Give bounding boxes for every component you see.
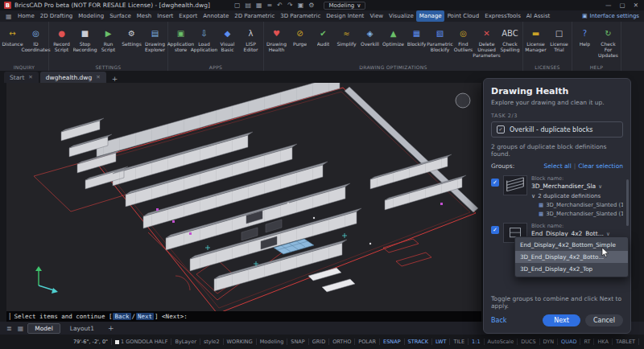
ribbon-button[interactable]: ◎ ID Coordinates (24, 25, 47, 53)
ribbon-button[interactable]: ▦ Blockify (405, 25, 428, 47)
minimize-button[interactable]: — (605, 2, 612, 9)
quick-access-icon[interactable]: ▣ (298, 2, 304, 9)
ribbon-button[interactable]: ≈ Simplify (335, 25, 358, 47)
ribbon-button[interactable]: ⇩ Load Application (192, 25, 216, 53)
duplicate-definition-row[interactable]: ▦ 3D_Merchandiser_Slanted (1 refe... (531, 211, 623, 217)
cursor-coordinates[interactable]: 79'-6", -2', 0" (70, 339, 112, 345)
select-all-link[interactable]: Select all (543, 162, 571, 170)
status-toggle[interactable]: QUAD (558, 339, 580, 345)
layout-grid-icon[interactable]: ▦ (16, 325, 26, 332)
group-checkbox[interactable]: ✓ (491, 179, 499, 187)
command-option-next[interactable]: Next (136, 313, 154, 320)
status-field[interactable]: WORKING (224, 339, 257, 345)
layout-tab[interactable]: Model (27, 323, 60, 334)
dropdown-option[interactable]: 3D_End_Display_4x2_Botto... (515, 251, 628, 263)
ribbon-button[interactable]: ▧ Parametric Blockify (428, 25, 452, 53)
ribbon-button[interactable]: ↻ Check For Updates (597, 25, 620, 59)
ribbon-button[interactable]: □ License Trial (547, 25, 571, 53)
status-toggle[interactable]: SNAP (287, 339, 308, 345)
status-toggle[interactable]: RT (580, 339, 594, 345)
ribbon-button[interactable]: ✕ Delete Unused Parameters (475, 25, 498, 59)
ribbon-button[interactable]: ◎ Find Outliers (452, 25, 475, 53)
current-layer-field[interactable]: 1 GONDOLA HALF (112, 339, 171, 345)
status-toggle[interactable]: POLAR (355, 339, 380, 345)
ribbon-button[interactable]: ABC Check Spelling (498, 25, 522, 53)
interface-settings-button[interactable]: ▣ Interface settings (577, 10, 644, 22)
ribbon-button[interactable]: ● Record Script (50, 25, 73, 53)
ribbon-tab[interactable]: Export (176, 10, 200, 22)
ribbon-button[interactable]: ▲ Optimize (382, 25, 405, 47)
status-toggle[interactable]: TILE (450, 339, 469, 345)
ribbon-tab[interactable]: 2D Parametric (232, 10, 278, 22)
ribbon-button[interactable]: λ LISP Editor (239, 25, 262, 53)
ribbon-button[interactable]: ⚙ Settings (120, 25, 143, 47)
ribbon-tab[interactable]: Home (15, 10, 38, 22)
status-toggle[interactable]: GRID (309, 339, 329, 345)
layout-tab[interactable]: Layout1 (63, 323, 101, 334)
duplicates-expander[interactable]: ∨ 2 duplicate definitions (531, 193, 623, 199)
status-toggle[interactable]: STRACK (405, 339, 432, 345)
ribbon-tab[interactable]: Annotate (200, 10, 232, 22)
ribbon-button[interactable]: ⊘ Purge (288, 25, 312, 47)
status-toggle[interactable]: ORTHO (329, 339, 355, 345)
ribbon-button[interactable]: ? Help (573, 25, 597, 47)
group-checkbox[interactable]: ✓ (491, 226, 499, 234)
quick-access-icon[interactable]: ⚙ (308, 2, 314, 9)
quick-access-icon[interactable]: ≡ (267, 2, 273, 9)
ribbon-tab[interactable]: Manage (416, 10, 444, 22)
ribbon-button[interactable]: ◈ Overkill (358, 25, 382, 47)
command-option-back[interactable]: Back (113, 313, 130, 320)
ribbon-button[interactable]: ✔ Audit (312, 25, 335, 47)
quick-access-icon[interactable]: ▦ (256, 2, 262, 9)
quick-access-icon[interactable]: ↷ (287, 2, 293, 9)
ribbon-tab[interactable]: View (367, 10, 386, 22)
status-field[interactable]: Modeling (257, 339, 288, 345)
layout-list-icon[interactable]: ≣ (5, 325, 14, 332)
status-toggle[interactable]: AutoScale (485, 339, 518, 345)
drawing-canvas[interactable] (6, 83, 481, 322)
clear-selection-link[interactable]: Clear selection (578, 162, 623, 170)
quick-access-icon[interactable]: ↶ (277, 2, 283, 9)
back-button[interactable]: Back (491, 317, 506, 324)
ribbon-tab[interactable]: ExpressTools (482, 10, 524, 22)
block-name-dropdown[interactable]: 3D_Merchandiser_Sla ∨ (531, 183, 623, 190)
cancel-button[interactable]: Cancel (585, 314, 623, 326)
ribbon-button[interactable]: ▣ Application store (169, 25, 192, 53)
status-toggle[interactable]: 1:1 (469, 339, 484, 345)
status-toggle[interactable]: ESNAP (380, 339, 404, 345)
ribbon-button[interactable]: ▤ Drawing Explorer (143, 25, 167, 53)
ribbon-tab[interactable]: Design Intent (324, 10, 367, 22)
new-tab-button[interactable]: + (108, 75, 122, 83)
menu-grid-icon[interactable]: ▦ (2, 10, 15, 22)
dropdown-option[interactable]: End_Display_4x2_Bottom_Simple (515, 239, 628, 251)
ribbon-tab[interactable]: 3D Parametric (278, 10, 324, 22)
ribbon-button[interactable]: ■ Stop Recording (73, 25, 97, 53)
ribbon-button[interactable]: ◆ Visual Basic (216, 25, 239, 53)
status-field[interactable]: style2 (200, 339, 224, 345)
document-tab[interactable]: Start ✕ (4, 72, 39, 83)
panel-scrollbar[interactable] (626, 179, 629, 226)
quick-access-icon[interactable]: ▢ (234, 2, 241, 9)
ribbon-tab[interactable]: 2D Drafting (37, 10, 76, 22)
next-button[interactable]: Next (543, 314, 580, 326)
maximize-button[interactable]: ▢ (620, 2, 625, 9)
quick-access-icon[interactable]: ▤ (245, 2, 251, 9)
close-button[interactable]: ✕ (634, 2, 638, 9)
workspace-selector[interactable]: Modeling ∨ (324, 2, 365, 10)
ribbon-button[interactable]: ▬ License Manager (524, 25, 547, 53)
status-field[interactable]: ByLayer (171, 339, 200, 345)
document-tab[interactable]: dwghealth.dwg ✕ (40, 72, 106, 83)
ribbon-tab[interactable]: Visualize (386, 10, 417, 22)
close-tab-icon[interactable]: ✕ (28, 74, 32, 80)
ribbon-tab[interactable]: Modeling (76, 10, 107, 22)
ribbon-tab[interactable]: AI Assist (523, 10, 553, 22)
status-toggle[interactable]: DUCS (518, 339, 539, 345)
ribbon-tab[interactable]: Surface (107, 10, 134, 22)
command-line[interactable]: ▏ Select items and continue [ Back / Nex… (6, 311, 481, 322)
status-toggle[interactable]: DYN (540, 339, 558, 345)
duplicate-definition-row[interactable]: ▦ 3D_Merchandiser_Slanted (1 ref... (531, 202, 623, 208)
ribbon-tab[interactable]: Mesh (134, 10, 154, 22)
close-tab-icon[interactable]: ✕ (96, 74, 100, 80)
ribbon-tab[interactable]: Point Cloud (444, 10, 482, 22)
ribbon-tab[interactable]: Insert (155, 10, 176, 22)
